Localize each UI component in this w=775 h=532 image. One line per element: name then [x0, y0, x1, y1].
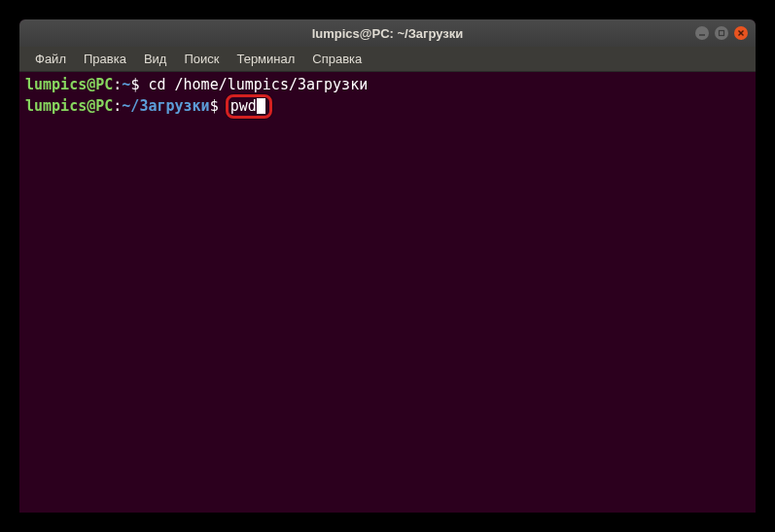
- terminal-command-highlighted: pwd: [230, 97, 257, 115]
- close-button[interactable]: [734, 26, 748, 40]
- close-icon: [737, 29, 745, 37]
- menu-help[interactable]: Справка: [304, 49, 370, 69]
- menu-search[interactable]: Поиск: [176, 49, 227, 69]
- maximize-button[interactable]: [715, 26, 728, 40]
- menu-file[interactable]: Файл: [27, 49, 74, 69]
- maximize-icon: [718, 29, 725, 37]
- cursor: [257, 98, 265, 114]
- minimize-icon: [698, 29, 706, 37]
- prompt-user: lumpics@PC: [25, 97, 113, 115]
- titlebar[interactable]: lumpics@PC: ~/Загрузки: [19, 19, 756, 47]
- prompt-colon: :: [113, 97, 122, 115]
- prompt-colon: :: [113, 76, 122, 93]
- prompt-path: ~/Загрузки: [122, 97, 209, 115]
- svg-rect-1: [720, 31, 724, 36]
- window-title: lumpics@PC: ~/Загрузки: [312, 26, 464, 41]
- terminal-line: lumpics@PC:~$ cd /home/lumpics/Загрузки: [25, 76, 750, 94]
- menubar: Файл Правка Вид Поиск Терминал Справка: [19, 47, 756, 72]
- terminal-window: lumpics@PC: ~/Загрузки Файл Правка Вид П…: [19, 19, 756, 513]
- prompt-user: lumpics@PC: [25, 76, 113, 93]
- terminal-body[interactable]: lumpics@PC:~$ cd /home/lumpics/Загрузки …: [19, 72, 756, 513]
- highlight-annotation: pwd: [226, 94, 272, 119]
- window-controls: [695, 26, 748, 40]
- menu-view[interactable]: Вид: [136, 49, 175, 69]
- terminal-line: lumpics@PC:~/Загрузки$ pwd: [25, 94, 750, 119]
- menu-edit[interactable]: Правка: [76, 49, 134, 69]
- terminal-command: cd /home/lumpics/Загрузки: [139, 76, 368, 93]
- minimize-button[interactable]: [695, 26, 709, 40]
- prompt-dollar: $: [210, 97, 219, 115]
- menu-terminal[interactable]: Терминал: [229, 49, 302, 69]
